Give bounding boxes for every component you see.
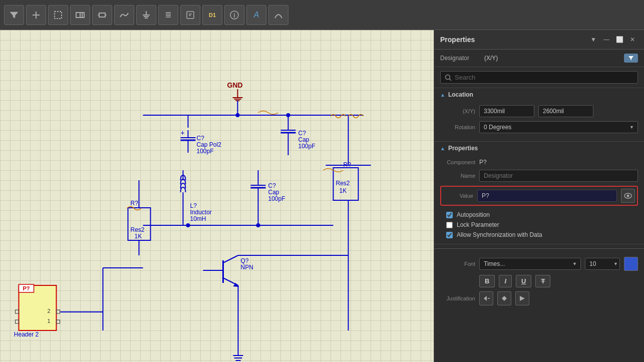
designator-label: Designator bbox=[440, 55, 480, 62]
font-section: Font Times... Arial Courier 10 12 14 16 bbox=[434, 253, 644, 313]
component-label: Component bbox=[440, 159, 475, 165]
value-row: Value bbox=[440, 186, 638, 206]
lock-parameter-checkbox[interactable] bbox=[446, 222, 453, 228]
filter-icon bbox=[628, 55, 634, 61]
just-right-icon bbox=[519, 295, 526, 302]
add-toolbar-btn[interactable] bbox=[26, 5, 46, 25]
location-section-header: ▲ Location bbox=[434, 88, 644, 101]
autoposition-checkbox[interactable] bbox=[446, 212, 453, 218]
cap-spec: 100pF bbox=[298, 143, 315, 150]
divider-1 bbox=[434, 248, 644, 249]
select-toolbar-btn[interactable] bbox=[48, 5, 68, 25]
just-right-btn[interactable] bbox=[515, 291, 529, 305]
move-toolbar-btn[interactable] bbox=[70, 5, 90, 25]
properties-title: Properties bbox=[448, 145, 478, 152]
component-toolbar-btn[interactable] bbox=[92, 5, 112, 25]
italic-button[interactable]: I bbox=[499, 275, 512, 287]
properties-panel: Properties ▼ — ⬜ ✕ Designator (X/Y) bbox=[434, 30, 644, 362]
just-center-icon bbox=[501, 295, 508, 302]
gnd-toolbar-btn[interactable] bbox=[136, 5, 156, 25]
justification-row: Justification bbox=[440, 291, 638, 305]
font-label: Font bbox=[440, 261, 475, 267]
res-top-value: Res2 bbox=[336, 180, 350, 187]
inductor-ref: L? bbox=[190, 202, 197, 209]
cap-mid-spec: 100pF bbox=[268, 195, 285, 202]
svg-rect-56 bbox=[57, 310, 60, 313]
panel-close-btn[interactable]: ✕ bbox=[627, 34, 638, 45]
header2-label: Header 2 bbox=[14, 331, 39, 338]
svg-point-74 bbox=[256, 223, 260, 227]
cap-mid-value: Cap bbox=[268, 189, 279, 196]
toolbar: D1 i A bbox=[0, 0, 644, 30]
svg-rect-58 bbox=[16, 310, 19, 313]
header-pin2: 2 bbox=[47, 308, 50, 314]
format-row: B I U T bbox=[440, 275, 638, 287]
x-input[interactable] bbox=[479, 105, 534, 117]
name-input[interactable] bbox=[479, 170, 638, 182]
just-left-btn[interactable] bbox=[479, 291, 493, 305]
eye-button[interactable] bbox=[621, 189, 635, 203]
svg-rect-59 bbox=[16, 320, 19, 323]
designator-toolbar-btn[interactable]: D1 bbox=[202, 5, 222, 25]
just-left-icon bbox=[483, 295, 490, 302]
props-section: Component P? Name Value bbox=[434, 155, 644, 244]
res-left-spec: 1K bbox=[135, 233, 142, 240]
panel-maximize-btn[interactable]: ⬜ bbox=[614, 34, 625, 45]
strikethrough-button[interactable]: T bbox=[535, 275, 550, 287]
autoposition-row: Autoposition bbox=[440, 210, 638, 220]
svg-point-79 bbox=[627, 195, 629, 197]
y-input[interactable] bbox=[538, 105, 593, 117]
name-row: Name bbox=[440, 170, 638, 182]
rotation-select[interactable]: 0 Degrees 90 Degrees 180 Degrees 270 Deg… bbox=[479, 121, 638, 133]
properties-section-header: ▲ Properties bbox=[434, 142, 644, 155]
search-input[interactable] bbox=[455, 74, 633, 81]
allow-sync-checkbox[interactable] bbox=[446, 232, 453, 238]
size-select-wrapper: 10 12 14 16 bbox=[585, 258, 620, 270]
schematic-canvas[interactable]: GND + C? Cap Pol2 100pF bbox=[0, 30, 434, 362]
location-title: Location bbox=[448, 91, 473, 98]
main-area: GND + C? Cap Pol2 100pF bbox=[0, 30, 644, 362]
res-left-value: Res2 bbox=[131, 226, 145, 233]
bus-toolbar-btn[interactable] bbox=[158, 5, 178, 25]
svg-point-75 bbox=[286, 113, 290, 117]
panel-header: Properties ▼ — ⬜ ✕ bbox=[434, 30, 644, 50]
svg-rect-3 bbox=[76, 13, 82, 18]
info-toolbar-btn[interactable]: i bbox=[224, 5, 244, 25]
svg-rect-57 bbox=[57, 320, 60, 323]
panel-minimize-btn[interactable]: — bbox=[601, 34, 612, 45]
header-pin1: 1 bbox=[47, 318, 50, 324]
search-box bbox=[440, 71, 638, 84]
netflag-toolbar-btn[interactable] bbox=[180, 5, 200, 25]
component-row: Component P? bbox=[440, 159, 638, 166]
rotation-label: Rotation bbox=[440, 124, 475, 130]
res-top-ref: R? bbox=[344, 161, 352, 168]
panel-title: Properties bbox=[440, 36, 475, 44]
wire-toolbar-btn[interactable] bbox=[114, 5, 134, 25]
value-input[interactable] bbox=[477, 190, 617, 202]
svg-point-76 bbox=[446, 75, 450, 79]
autoposition-label: Autoposition bbox=[457, 211, 490, 218]
cap-pol2-spec: 100pF bbox=[197, 148, 214, 155]
bold-button[interactable]: B bbox=[479, 275, 495, 287]
svg-rect-5 bbox=[99, 13, 105, 17]
svg-point-72 bbox=[236, 113, 240, 117]
inductor-spec: 10mH bbox=[190, 215, 206, 222]
font-select[interactable]: Times... Arial Courier bbox=[479, 258, 581, 270]
svg-point-73 bbox=[186, 223, 190, 227]
underline-button[interactable]: U bbox=[516, 275, 531, 287]
arc-toolbar-btn[interactable] bbox=[268, 5, 288, 25]
color-swatch[interactable] bbox=[624, 257, 638, 271]
svg-rect-16 bbox=[187, 12, 194, 19]
designator-row: Designator (X/Y) bbox=[434, 50, 644, 67]
cap-pol2-value: Cap Pol2 bbox=[197, 141, 222, 148]
inductor-value: Inductor bbox=[190, 209, 212, 216]
rotation-row: Rotation 0 Degrees 90 Degrees 180 Degree… bbox=[440, 121, 638, 133]
just-center-btn[interactable] bbox=[497, 291, 511, 305]
panel-pin-btn[interactable]: ▼ bbox=[588, 34, 599, 45]
filter-toolbar-btn[interactable] bbox=[4, 5, 24, 25]
text-toolbar-btn[interactable]: A bbox=[246, 5, 266, 25]
properties-triangle-icon: ▲ bbox=[440, 146, 445, 151]
location-triangle-icon: ▲ bbox=[440, 92, 445, 98]
size-select[interactable]: 10 12 14 16 bbox=[585, 258, 620, 270]
designator-filter-btn[interactable] bbox=[624, 54, 638, 63]
